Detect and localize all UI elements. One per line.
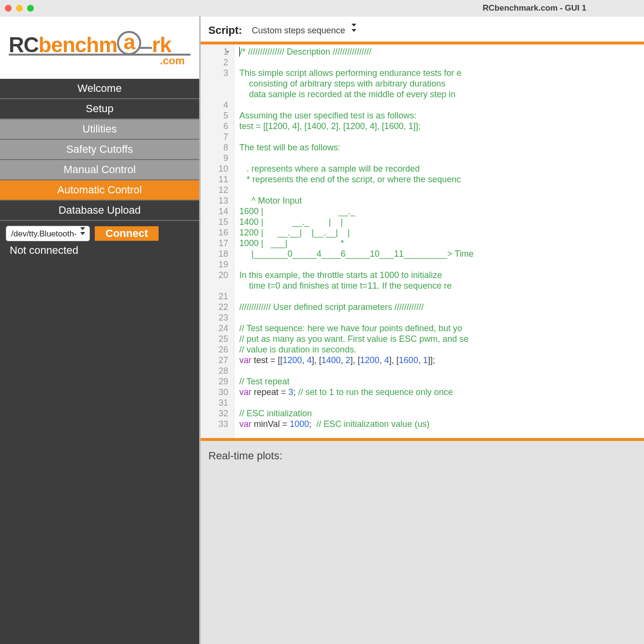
- code-line[interactable]: time t=0 and finishes at time t=11. If t…: [239, 280, 644, 291]
- realtime-plots-panel: Real-time plots:: [201, 441, 644, 644]
- script-label: Script:: [208, 24, 242, 37]
- script-select[interactable]: Custom steps sequence: [249, 25, 359, 36]
- code-line[interactable]: The test will be as follows:: [239, 142, 644, 153]
- code-line[interactable]: var test = [[1200, 4], [1400, 2], [1200,…: [239, 355, 644, 366]
- logo-text-bench: bench: [39, 33, 99, 57]
- port-select-wrap[interactable]: /dev/tty.Bluetooth-: [6, 226, 90, 241]
- nav-item-safety-cutoffs[interactable]: Safety Cutoffs: [0, 140, 199, 160]
- script-bar: Script: Custom steps sequence: [201, 16, 644, 42]
- code-line[interactable]: ^ Motor Input: [239, 195, 644, 206]
- nav-item-welcome[interactable]: Welcome: [0, 79, 199, 99]
- code-line[interactable]: [239, 397, 644, 408]
- code-area[interactable]: /* /////////////// Description /////////…: [234, 44, 644, 438]
- code-line[interactable]: var repeat = 3; // set to 1 to run the s…: [239, 387, 644, 397]
- code-line[interactable]: * represents the end of the script, or w…: [239, 174, 644, 185]
- code-line[interactable]: // value is duration in seconds.: [239, 344, 644, 355]
- code-line[interactable]: 1600 | __._: [239, 206, 644, 217]
- window-controls: [5, 5, 34, 12]
- code-line[interactable]: [239, 291, 644, 302]
- code-line[interactable]: [239, 185, 644, 195]
- code-line[interactable]: . represents where a sample will be reco…: [239, 163, 644, 174]
- nav-item-setup[interactable]: Setup: [0, 99, 199, 119]
- code-line[interactable]: [239, 100, 644, 110]
- code-line[interactable]: /* /////////////// Description /////////…: [239, 46, 644, 57]
- nav: WelcomeSetupUtilitiesSafety CutoffsManua…: [0, 79, 199, 221]
- code-line[interactable]: 1400 | __._ | |: [239, 217, 644, 227]
- maximize-window-icon[interactable]: [27, 5, 34, 12]
- nav-item-database-upload[interactable]: Database Upload: [0, 201, 199, 221]
- code-line[interactable]: [239, 259, 644, 270]
- code-line[interactable]: // put as many as you want. First value …: [239, 334, 644, 344]
- code-line[interactable]: data sample is recorded at the middle of…: [239, 89, 644, 100]
- code-line[interactable]: // Test repeat: [239, 376, 644, 387]
- realtime-plots-label: Real-time plots:: [208, 450, 282, 462]
- code-line[interactable]: // ESC initialization: [239, 408, 644, 419]
- port-select[interactable]: /dev/tty.Bluetooth-: [6, 226, 90, 241]
- nav-item-manual-control[interactable]: Manual Control: [0, 160, 199, 180]
- line-gutter: 1234567891011121314151617181920212223242…: [201, 44, 234, 438]
- connection-status: Not connected: [0, 244, 199, 262]
- logo-text-rc: RC: [9, 33, 39, 57]
- code-line[interactable]: 1000 | ___| *: [239, 238, 644, 249]
- code-line[interactable]: [239, 366, 644, 376]
- code-line[interactable]: 1200 | __.__| |__.__| |: [239, 227, 644, 238]
- app-title: RCbenchmark.com - GUI 1: [483, 3, 586, 13]
- code-line[interactable]: ///////////// User defined script parame…: [239, 302, 644, 312]
- nav-item-automatic-control[interactable]: Automatic Control: [0, 180, 199, 201]
- code-line[interactable]: test = [[1200, 4], [1400, 2], [1200, 4],…: [239, 121, 644, 132]
- sidebar: RCbenchmrk .com WelcomeSetupUtilitiesSaf…: [0, 16, 201, 644]
- code-line[interactable]: [239, 312, 644, 323]
- code-line[interactable]: [239, 153, 644, 163]
- code-line[interactable]: This simple script allows performing end…: [239, 68, 644, 78]
- content: Script: Custom steps sequence 1234567891…: [201, 16, 644, 644]
- minimize-window-icon[interactable]: [16, 5, 23, 12]
- code-line[interactable]: Assuming the user specified test is as f…: [239, 110, 644, 121]
- code-line[interactable]: [239, 57, 644, 68]
- nav-item-utilities[interactable]: Utilities: [0, 119, 199, 140]
- logo-text-mark: rk: [152, 33, 171, 57]
- logo: RCbenchmrk .com: [0, 16, 199, 79]
- code-line[interactable]: // Test sequence: here we have four poin…: [239, 323, 644, 334]
- code-line[interactable]: var minVal = 1000; // ESC initialization…: [239, 419, 644, 429]
- titlebar: RCbenchmark.com - GUI 1: [0, 0, 644, 16]
- connect-button[interactable]: Connect: [95, 226, 159, 241]
- code-line[interactable]: |_______0_____4____6_____10___11________…: [239, 249, 644, 259]
- code-line[interactable]: In this example, the throttle starts at …: [239, 270, 644, 280]
- code-editor[interactable]: 1234567891011121314151617181920212223242…: [201, 44, 644, 438]
- script-select-wrap[interactable]: Custom steps sequence: [249, 25, 359, 36]
- code-line[interactable]: consisting of arbitrary steps with arbit…: [239, 78, 644, 89]
- magnifier-a-icon: [117, 31, 141, 55]
- code-line[interactable]: [239, 132, 644, 142]
- close-window-icon[interactable]: [5, 5, 12, 12]
